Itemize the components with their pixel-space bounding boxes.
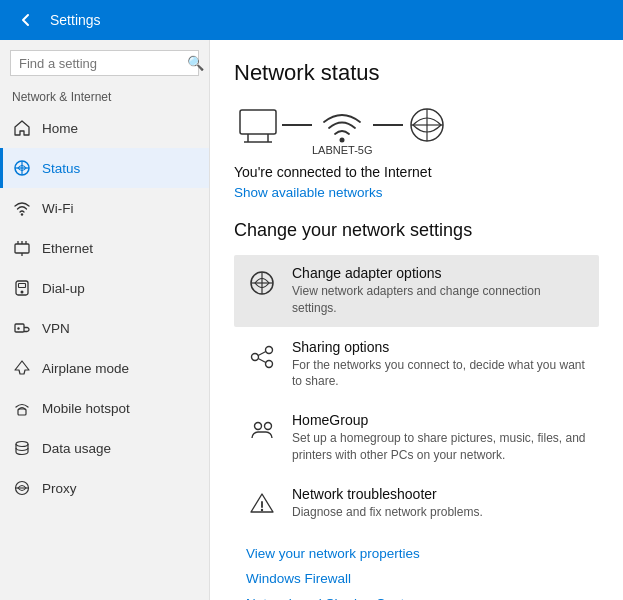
- change-section-title: Change your network settings: [234, 220, 599, 241]
- status-icon: [12, 158, 32, 178]
- search-box[interactable]: 🔍: [10, 50, 199, 76]
- svg-point-3: [21, 213, 23, 215]
- svg-rect-4: [15, 244, 29, 253]
- sharing-icon: [246, 341, 278, 373]
- home-icon: [12, 118, 32, 138]
- sidebar-item-hotspot[interactable]: Mobile hotspot: [0, 388, 209, 428]
- title-bar-text: Settings: [50, 12, 101, 28]
- pc-icon: [234, 106, 282, 146]
- vpn-icon: [12, 318, 32, 338]
- sidebar: 🔍 Network & Internet Home Statu: [0, 40, 210, 600]
- sidebar-item-airplane-label: Airplane mode: [42, 361, 129, 376]
- svg-rect-18: [240, 110, 276, 134]
- card-adapter[interactable]: Change adapter options View network adap…: [234, 255, 599, 327]
- sidebar-item-dialup-label: Dial-up: [42, 281, 85, 296]
- svg-point-13: [17, 327, 19, 329]
- card-homegroup-text: HomeGroup Set up a homegroup to share pi…: [292, 412, 587, 464]
- link-list: View your network properties Windows Fir…: [234, 541, 599, 600]
- svg-rect-14: [18, 409, 26, 415]
- search-icon: 🔍: [187, 55, 204, 71]
- svg-rect-11: [19, 284, 26, 288]
- card-troubleshoot-text: Network troubleshooter Diagnose and fix …: [292, 486, 483, 521]
- card-adapter-text: Change adapter options View network adap…: [292, 265, 587, 317]
- card-homegroup[interactable]: HomeGroup Set up a homegroup to share pi…: [234, 402, 599, 474]
- sidebar-item-status-label: Status: [42, 161, 80, 176]
- airplane-icon: [12, 358, 32, 378]
- data-icon: [12, 438, 32, 458]
- card-troubleshoot[interactable]: Network troubleshooter Diagnose and fix …: [234, 476, 599, 531]
- link-firewall[interactable]: Windows Firewall: [234, 566, 599, 591]
- sidebar-item-ethernet[interactable]: Ethernet: [0, 228, 209, 268]
- card-sharing-text: Sharing options For the networks you con…: [292, 339, 587, 391]
- sidebar-item-data[interactable]: Data usage: [0, 428, 209, 468]
- card-sharing-desc: For the networks you connect to, decide …: [292, 357, 587, 391]
- troubleshoot-icon: [246, 488, 278, 520]
- proxy-icon: [12, 478, 32, 498]
- link-network-props[interactable]: View your network properties: [234, 541, 599, 566]
- title-bar: Settings: [0, 0, 623, 40]
- connected-text: You're connected to the Internet: [234, 164, 599, 180]
- svg-point-22: [340, 138, 345, 143]
- svg-point-31: [266, 360, 273, 367]
- card-troubleshoot-desc: Diagnose and fix network problems.: [292, 504, 483, 521]
- svg-line-32: [258, 351, 266, 355]
- show-networks-link[interactable]: Show available networks: [234, 185, 383, 200]
- network-diagram: LABNET-5G: [234, 106, 599, 156]
- globe-icon: [403, 106, 451, 146]
- card-sharing-title: Sharing options: [292, 339, 587, 355]
- back-button[interactable]: [12, 6, 40, 34]
- diag-line-2: [373, 124, 403, 126]
- sidebar-item-home[interactable]: Home: [0, 108, 209, 148]
- sidebar-item-status[interactable]: Status: [0, 148, 209, 188]
- page-title: Network status: [234, 60, 599, 86]
- ethernet-icon: [12, 238, 32, 258]
- svg-point-34: [255, 423, 262, 430]
- wifi-nav-icon: [12, 198, 32, 218]
- main-layout: 🔍 Network & Internet Home Statu: [0, 40, 623, 600]
- sidebar-item-dialup[interactable]: Dial-up: [0, 268, 209, 308]
- diag-line-1: [282, 124, 312, 126]
- svg-point-37: [261, 509, 263, 511]
- hotspot-icon: [12, 398, 32, 418]
- wifi-diagram-icon: [320, 106, 364, 144]
- card-adapter-desc: View network adapters and change connect…: [292, 283, 587, 317]
- sidebar-item-proxy-label: Proxy: [42, 481, 77, 496]
- svg-point-10: [21, 291, 24, 294]
- card-troubleshoot-title: Network troubleshooter: [292, 486, 483, 502]
- sidebar-section-label: Network & Internet: [0, 84, 209, 108]
- sidebar-item-vpn[interactable]: VPN: [0, 308, 209, 348]
- wifi-label: LABNET-5G: [312, 144, 373, 156]
- wifi-diagram-block: LABNET-5G: [312, 106, 373, 156]
- dialup-icon: [12, 278, 32, 298]
- svg-point-35: [265, 423, 272, 430]
- sidebar-item-proxy[interactable]: Proxy: [0, 468, 209, 508]
- svg-point-15: [16, 442, 28, 447]
- homegroup-icon: [246, 414, 278, 446]
- sidebar-item-home-label: Home: [42, 121, 78, 136]
- svg-point-29: [266, 346, 273, 353]
- sidebar-item-ethernet-label: Ethernet: [42, 241, 93, 256]
- link-sharing-center[interactable]: Network and Sharing Center: [234, 591, 599, 600]
- sidebar-item-wifi[interactable]: Wi-Fi: [0, 188, 209, 228]
- sidebar-item-wifi-label: Wi-Fi: [42, 201, 73, 216]
- svg-line-33: [258, 358, 266, 362]
- card-homegroup-title: HomeGroup: [292, 412, 587, 428]
- search-input[interactable]: [19, 56, 187, 71]
- card-adapter-title: Change adapter options: [292, 265, 587, 281]
- sidebar-item-data-label: Data usage: [42, 441, 111, 456]
- sidebar-item-vpn-label: VPN: [42, 321, 70, 336]
- card-sharing[interactable]: Sharing options For the networks you con…: [234, 329, 599, 401]
- sidebar-item-hotspot-label: Mobile hotspot: [42, 401, 130, 416]
- svg-point-30: [252, 353, 259, 360]
- content-area: Network status LABNET-5G: [210, 40, 623, 600]
- card-homegroup-desc: Set up a homegroup to share pictures, mu…: [292, 430, 587, 464]
- adapter-icon: [246, 267, 278, 299]
- sidebar-item-airplane[interactable]: Airplane mode: [0, 348, 209, 388]
